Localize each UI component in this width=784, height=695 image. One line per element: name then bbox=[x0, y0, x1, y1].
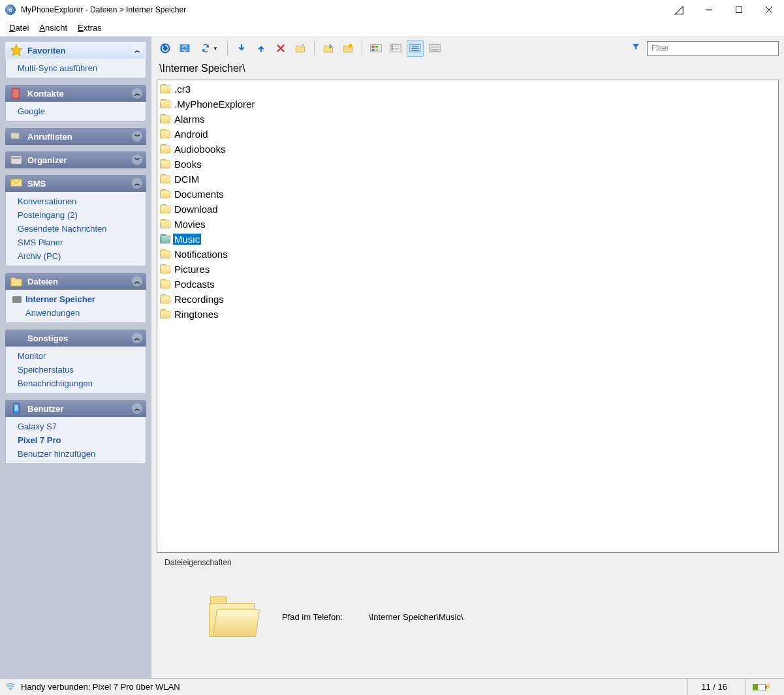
sidebar-item-benachrichtigungen[interactable]: Benachrichtigungen bbox=[6, 377, 146, 390]
folder-row[interactable]: Download bbox=[157, 202, 778, 217]
panel-title: Favoriten bbox=[27, 46, 66, 55]
folder-row[interactable]: Movies bbox=[157, 217, 778, 232]
folder-icon bbox=[160, 161, 170, 168]
folder-row[interactable]: .MyPhoneExplorer bbox=[157, 97, 778, 112]
svg-rect-17 bbox=[371, 49, 374, 51]
delete-button[interactable] bbox=[272, 40, 289, 57]
folder-row[interactable]: Pictures bbox=[157, 262, 778, 277]
panel-header-sonstiges[interactable]: Sonstiges ︽ bbox=[5, 330, 146, 347]
svg-point-34 bbox=[10, 688, 11, 690]
view-list-button[interactable] bbox=[407, 40, 424, 57]
panel-header-anruflisten[interactable]: Anruflisten ︾ bbox=[5, 128, 146, 145]
sidebar-item-speicherstatus[interactable]: Speicherstatus bbox=[6, 363, 146, 377]
panel-header-sms[interactable]: SMS ︽ bbox=[5, 175, 146, 192]
new-folder-button[interactable] bbox=[339, 40, 356, 57]
panel-benutzer: Benutzer ︽ Galaxy S7 Pixel 7 Pro Benutze… bbox=[5, 400, 146, 464]
folder-row[interactable]: Android bbox=[157, 127, 778, 142]
tools-icon bbox=[9, 331, 24, 345]
path-breadcrumb[interactable]: \Interner Speicher\ bbox=[151, 60, 784, 80]
panel-header-favoriten[interactable]: Favoriten ︽ bbox=[5, 42, 146, 59]
chevron-up-icon: ︽ bbox=[132, 178, 142, 189]
file-list[interactable]: .cr3.MyPhoneExplorerAlarmsAndroidAudiobo… bbox=[157, 80, 779, 553]
download-button[interactable] bbox=[233, 40, 250, 57]
folder-name: Movies bbox=[173, 219, 207, 230]
sidebar-item-pixel-7-pro[interactable]: Pixel 7 Pro bbox=[6, 433, 146, 447]
folder-row[interactable]: Books bbox=[157, 157, 778, 172]
sidebar-item-gesendete[interactable]: Gesendete Nachrichten bbox=[6, 222, 146, 236]
view-details-button[interactable] bbox=[426, 40, 443, 57]
panel-title: Benutzer bbox=[27, 404, 64, 414]
view-tiles-button[interactable] bbox=[387, 40, 404, 57]
sync-button[interactable] bbox=[176, 40, 193, 57]
chevron-up-icon: ︽ bbox=[132, 45, 142, 55]
folder-name: Download bbox=[173, 204, 219, 215]
folder-action-button[interactable] bbox=[292, 40, 309, 57]
folder-icon bbox=[160, 191, 170, 198]
folder-name: Android bbox=[173, 129, 210, 140]
sidebar-item-anwendungen[interactable]: Anwendungen bbox=[6, 306, 146, 320]
folder-row[interactable]: Recordings bbox=[157, 292, 778, 307]
star-icon bbox=[9, 43, 24, 57]
close-button[interactable] bbox=[754, 0, 784, 20]
panel-header-kontakte[interactable]: Kontakte ︽ bbox=[5, 85, 146, 102]
folder-row[interactable]: .cr3 bbox=[157, 82, 778, 97]
panel-title: Dateien bbox=[27, 277, 58, 286]
view-icons-button[interactable] bbox=[368, 40, 384, 57]
folder-name: DCIM bbox=[173, 174, 200, 185]
panel-header-benutzer[interactable]: Benutzer ︽ bbox=[5, 400, 146, 417]
svg-point-14 bbox=[349, 44, 353, 48]
folder-row[interactable]: Documents bbox=[157, 187, 778, 202]
folder-icon bbox=[160, 266, 170, 273]
folder-row[interactable]: Ringtones bbox=[157, 307, 778, 322]
folder-row[interactable]: Alarms bbox=[157, 112, 778, 127]
sidebar-item-smsplaner[interactable]: SMS Planer bbox=[6, 236, 146, 249]
panel-header-dateien[interactable]: Dateien ︽ bbox=[5, 273, 146, 290]
folder-name: Ringtones bbox=[173, 309, 220, 320]
panel-title: SMS bbox=[27, 179, 46, 189]
folder-icon bbox=[160, 206, 170, 213]
panel-organizer: Organizer ︾ bbox=[5, 151, 146, 168]
organizer-icon bbox=[9, 153, 24, 167]
sidebar-item-galaxy-s7[interactable]: Galaxy S7 bbox=[6, 420, 146, 433]
status-text: Handy verbunden: Pixel 7 Pro über WLAN bbox=[21, 682, 180, 692]
folder-icon bbox=[160, 251, 170, 258]
folder-name: Recordings bbox=[173, 294, 225, 305]
sidebar-item-google[interactable]: Google bbox=[6, 104, 146, 118]
folder-row[interactable]: Music bbox=[157, 232, 778, 247]
props-path-value: \Interner Speicher\Music\ bbox=[369, 612, 463, 622]
maximize-button[interactable] bbox=[724, 0, 754, 20]
filter-icon[interactable] bbox=[631, 42, 640, 54]
props-path-label: Pfad im Telefon: bbox=[282, 612, 343, 622]
folder-row[interactable]: Audiobooks bbox=[157, 142, 778, 157]
folder-row[interactable]: Podcasts bbox=[157, 277, 778, 292]
folder-row[interactable]: DCIM bbox=[157, 172, 778, 187]
folder-name: .MyPhoneExplorer bbox=[173, 99, 256, 110]
sidebar-item-multisync[interactable]: Multi-Sync ausführen bbox=[6, 61, 146, 75]
folder-icon bbox=[160, 100, 170, 108]
minimize-button[interactable] bbox=[694, 0, 724, 20]
sidebar-item-posteingang[interactable]: Posteingang (2) bbox=[6, 208, 146, 222]
folder-name: Books bbox=[173, 159, 203, 170]
sidebar-item-archiv[interactable]: Archiv (PC) bbox=[6, 249, 146, 263]
upload-button[interactable] bbox=[253, 40, 270, 57]
sidebar-item-interner-speicher[interactable]: Interner Speicher bbox=[6, 292, 146, 306]
sidebar-item-konversationen[interactable]: Konversationen bbox=[6, 194, 146, 208]
refresh-button[interactable] bbox=[157, 40, 174, 57]
sidebar-item-add-user[interactable]: Benutzer hinzufügen bbox=[6, 447, 146, 461]
panel-header-organizer[interactable]: Organizer ︾ bbox=[5, 151, 146, 168]
svg-rect-8 bbox=[12, 157, 21, 159]
contacts-icon bbox=[9, 86, 24, 100]
folder-row[interactable]: Notifications bbox=[157, 247, 778, 262]
menu-extras[interactable]: Extras bbox=[74, 21, 106, 35]
panel-title: Kontakte bbox=[27, 89, 64, 99]
menu-ansicht[interactable]: Ansicht bbox=[35, 21, 71, 35]
folder-name: Documents bbox=[173, 189, 225, 200]
menubar: Datei Ansicht Extras bbox=[0, 20, 784, 37]
svg-rect-6 bbox=[11, 133, 20, 139]
battery-icon bbox=[753, 684, 766, 690]
menu-datei[interactable]: Datei bbox=[5, 21, 33, 35]
sidebar-item-monitor[interactable]: Monitor bbox=[6, 349, 146, 363]
filter-input[interactable] bbox=[647, 41, 779, 56]
sync-dropdown-button[interactable]: ▼ bbox=[196, 40, 222, 57]
folder-open-button[interactable] bbox=[320, 40, 337, 57]
